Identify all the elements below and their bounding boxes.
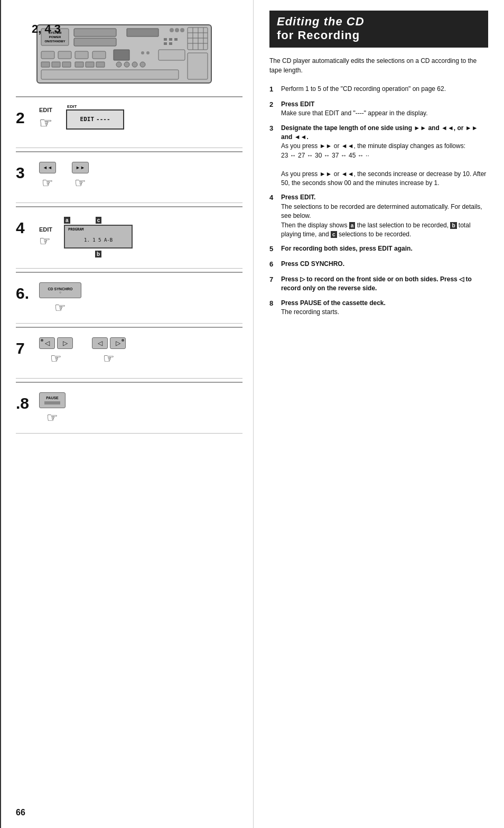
step-4-title: Press EDIT.: [281, 194, 315, 201]
step-7-num-right: 7: [269, 275, 279, 293]
label-b: b: [95, 251, 101, 257]
svg-text:ON/STANDBY: ON/STANDBY: [44, 40, 65, 43]
svg-rect-30: [158, 50, 185, 60]
step-4-body3: the last selection to be recorded,: [355, 222, 450, 229]
step-5-title: For recording both sides, press EDIT aga…: [281, 245, 413, 252]
left-step-4: 4 EDIT ☞ a c PROGRAM 1. 1 5 A-B: [16, 210, 242, 269]
edit-display-top-label: EDIT: [67, 104, 77, 109]
page-title: Editing the CD for Recording: [269, 11, 488, 48]
step-4-body2: Then the display shows: [281, 222, 349, 229]
svg-point-7: [170, 28, 174, 32]
step-4-content: Press EDIT. The selections to be recorde…: [281, 193, 488, 239]
step-7-num: 7: [16, 337, 39, 357]
svg-rect-36: [96, 62, 105, 67]
svg-rect-16: [188, 27, 208, 50]
pause-btn: PAUSE: [39, 392, 66, 408]
step-7-right: 7 Press ▷ to record on the front side or…: [269, 275, 488, 293]
svg-rect-26: [92, 51, 106, 59]
hand-icon-4: ☞: [39, 234, 51, 248]
svg-point-40: [140, 62, 145, 67]
title-line1: Editing the CD: [277, 15, 481, 29]
svg-rect-5: [74, 29, 116, 36]
step-3-num-right: 3: [269, 124, 279, 188]
svg-point-38: [124, 62, 129, 67]
svg-point-9: [180, 28, 184, 32]
step-2-title: Press EDIT: [281, 100, 314, 108]
step-2-right: 2 Press EDIT Make sure that EDIT and "--…: [269, 100, 488, 118]
left-step-3: 3 ◄◄ ☞ ►► ☞: [16, 155, 242, 203]
step-8-title: Press PAUSE of the cassette deck.: [281, 299, 386, 307]
edit-label-2: EDIT: [39, 107, 52, 113]
step-3-body2: As you press ►► or ◄◄, the seconds incre…: [281, 170, 486, 187]
ffwd-btn: ►►: [72, 162, 89, 173]
title-line2: for Recording: [277, 29, 481, 42]
step-6-num: 6.: [16, 282, 39, 302]
step-5-right: 5 For recording both sides, press EDIT a…: [269, 244, 488, 254]
playback-btns-left: ◁ ▷: [39, 337, 73, 349]
step-6-right: 6 Press CD SYNCHRO.: [269, 260, 488, 270]
step-3-formula: 23 ↔ 27 ↔ 30 ↔ 37 ↔ 45 ↔ ··: [281, 152, 369, 159]
svg-rect-35: [86, 62, 94, 67]
left-step-6: 6. CD SYNCHRO ○ ☞: [16, 276, 242, 324]
program-label: PROGRAM: [68, 227, 84, 232]
play-left-btn: ◁: [39, 337, 55, 349]
hand-icon-2: ☞: [39, 114, 52, 132]
hand-icon-7b: ☞: [103, 351, 115, 366]
step-2-num-right: 2: [269, 100, 279, 118]
svg-rect-15: [169, 42, 172, 45]
step-1-num: 1: [269, 85, 279, 95]
step-3-content: Designate the tape length of one side us…: [281, 124, 488, 188]
edit-label-4: EDIT: [39, 226, 52, 233]
svg-rect-33: [62, 62, 71, 67]
step-6-content: Press CD SYNCHRO.: [281, 260, 488, 270]
svg-rect-14: [164, 42, 167, 45]
steps-list: 1 Perform 1 to 5 of the "CD recording op…: [269, 85, 488, 317]
edit-display-label: EDIT: [80, 116, 95, 123]
hand-icon-8: ☞: [46, 410, 58, 425]
step-5-content: For recording both sides, press EDIT aga…: [281, 244, 488, 254]
label-c: c: [96, 217, 102, 224]
svg-rect-6: [74, 38, 116, 46]
step-2-num: 2: [16, 107, 39, 127]
step-2-content: Press EDIT Make sure that EDIT and "----…: [281, 100, 488, 118]
svg-rect-27: [114, 50, 129, 60]
step-5-num-right: 5: [269, 244, 279, 254]
svg-rect-42: [41, 70, 179, 79]
svg-rect-25: [75, 51, 88, 59]
left-step-2: 2 EDIT ☞ EDIT ---- EDIT: [16, 100, 242, 148]
left-step-8: .8 PAUSE ☞: [16, 386, 242, 434]
svg-rect-12: [169, 38, 172, 41]
left-step-7: 7 ◁ ▷ ☞ ◁: [16, 331, 242, 379]
svg-point-29: [146, 51, 150, 54]
step-8-num: .8: [16, 392, 39, 412]
cd-synchro-btn: CD SYNCHRO ○: [39, 282, 81, 298]
intro-paragraph: The CD player automatically edits the se…: [269, 56, 488, 75]
svg-point-39: [132, 62, 137, 67]
hand-icon-7a: ☞: [50, 351, 62, 366]
step-4-body1: The selections to be recorded are determ…: [281, 203, 482, 219]
highlight-c: c: [331, 231, 337, 238]
step-3-num: 3: [16, 162, 39, 182]
step-3-body1: As you press ►► or ◄◄, the minute displa…: [281, 142, 465, 150]
svg-rect-13: [174, 38, 178, 41]
step-8-body: The recording starts.: [281, 308, 339, 316]
step-4-num: 4: [16, 217, 39, 237]
program-display: PROGRAM 1. 1 5 A-B: [64, 225, 133, 249]
hand-icon-3a: ☞: [42, 176, 53, 190]
hand-icon-3b: ☞: [74, 176, 86, 190]
play-right-btn-1: ▷: [57, 337, 73, 349]
step-4-body5: selections to be recorded.: [337, 231, 412, 238]
svg-rect-11: [164, 38, 167, 41]
step-7-title: Press ▷ to record on the front side or o…: [281, 275, 472, 292]
play-left-btn-2: ◁: [92, 337, 108, 349]
svg-rect-32: [52, 62, 60, 67]
program-display-text: 1. 1 5 A-B: [84, 237, 113, 243]
step-4-right: 4 Press EDIT. The selections to be recor…: [269, 193, 488, 239]
step-4-num-right: 4: [269, 193, 279, 239]
svg-point-8: [175, 28, 179, 32]
svg-point-37: [116, 62, 122, 67]
svg-rect-10: [127, 29, 158, 36]
step-6-title: Press CD SYNCHRO.: [281, 260, 344, 268]
step-8-right: 8 Press PAUSE of the cassette deck. The …: [269, 299, 488, 317]
svg-rect-34: [75, 62, 83, 67]
